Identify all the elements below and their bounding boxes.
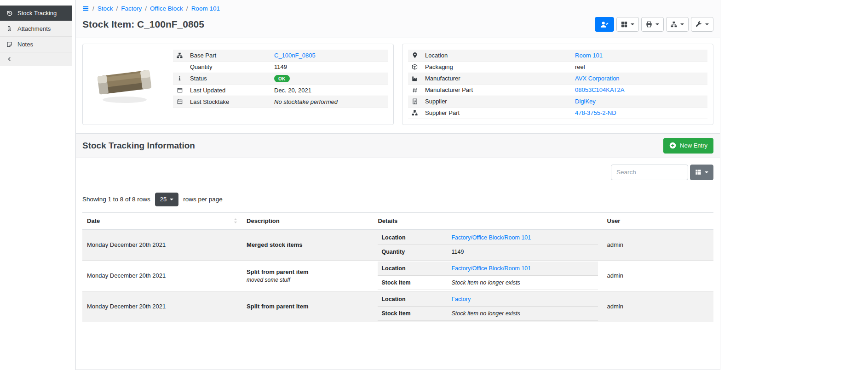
detail-subvalue: Stock item no longer exists: [447, 306, 598, 320]
supplier-link[interactable]: DigiKey: [575, 98, 596, 105]
tracking-row: Monday December 20th 2021 Split from par…: [82, 260, 713, 291]
breadcrumb-link-room-101[interactable]: Room 101: [184, 5, 220, 12]
manufacturer-part-link[interactable]: 08053C104KAT2A: [575, 86, 624, 93]
detail-subrow: Stock Item Stock item no longer exists: [378, 275, 598, 290]
sidebar-item-stock-tracking[interactable]: Stock Tracking: [0, 6, 72, 21]
box-icon: [412, 64, 418, 70]
calendar-icon: [177, 87, 183, 93]
menu-icon[interactable]: [82, 5, 89, 12]
info-icon: [177, 76, 183, 81]
sidebar-collapse-button[interactable]: [0, 52, 72, 66]
last-updated-value: Dec. 20, 2021: [270, 85, 388, 96]
new-entry-button[interactable]: New Entry: [663, 138, 713, 154]
base-part-link[interactable]: C_100nF_0805: [274, 52, 316, 59]
detail-label: Manufacturer: [421, 73, 571, 84]
tracking-location-link[interactable]: Factory: [451, 296, 471, 302]
detail-sublabel: Location: [378, 292, 447, 307]
location-link[interactable]: Room 101: [575, 52, 603, 59]
page-header: Stock Factory Office Block Room 101 Stoc…: [76, 0, 720, 38]
sidebar: Stock Tracking Attachments Notes: [0, 6, 72, 66]
detail-sublabel: Stock Item: [378, 306, 447, 320]
detail-subvalue: 1149: [447, 245, 598, 259]
detail-label: Packaging: [421, 61, 571, 73]
detail-subrow: Location Factory/Office Block/Room 101: [378, 262, 598, 276]
caret-down-icon: [170, 199, 173, 200]
quantity-value: 1149: [270, 61, 388, 73]
detail-row-supplier-part: Supplier Part 478-3755-2-ND: [408, 107, 707, 119]
stock-tracking-section: Stock Tracking Information New Entry: [76, 133, 720, 329]
tracking-row: Monday December 20th 2021 Merged stock i…: [82, 229, 713, 261]
manufacturer-link[interactable]: AVX Corporation: [575, 75, 620, 82]
history-icon: [6, 10, 13, 17]
detail-sublabel: Location: [378, 231, 447, 245]
tracking-table: Date Description Details User: [82, 212, 713, 322]
page-size-value: 25: [160, 196, 167, 203]
caret-down-icon: [705, 171, 708, 173]
caret-down-icon: [705, 23, 709, 25]
status-badge: OK: [274, 75, 290, 82]
breadcrumb-link-stock[interactable]: Stock: [90, 5, 113, 12]
sitemap-icon: [412, 110, 418, 116]
detail-label: Location: [421, 50, 571, 61]
breadcrumb-link-office-block[interactable]: Office Block: [143, 5, 183, 12]
supplier-part-link[interactable]: 478-3755-2-ND: [575, 109, 616, 116]
tracking-location-link[interactable]: Factory/Office Block/Room 101: [451, 265, 531, 272]
tracking-description-note: moved some stuff: [247, 277, 368, 283]
stock-transfer-actions-button[interactable]: [666, 17, 689, 32]
columns-dropdown-button[interactable]: [690, 165, 713, 180]
detail-sublabel: Stock Item: [378, 275, 447, 290]
calendar-icon: [177, 99, 183, 104]
sitemap-icon: [671, 21, 677, 28]
tracking-description: Split from parent item: [247, 303, 368, 310]
table-controls: [82, 165, 713, 180]
part-image[interactable]: [88, 61, 161, 107]
sidebar-item-label: Stock Tracking: [17, 10, 57, 17]
detail-subrow: Stock Item Stock item no longer exists: [378, 306, 598, 320]
last-stocktake-value: No stocktake performed: [270, 96, 388, 108]
column-header-date[interactable]: Date: [82, 212, 242, 229]
page-size-dropdown[interactable]: 25: [155, 193, 178, 206]
printer-icon: [646, 21, 652, 28]
detail-subrow: Quantity 1149: [378, 245, 598, 259]
detail-sublabel: Quantity: [378, 245, 447, 259]
section-title: Stock Tracking Information: [82, 141, 195, 151]
detail-row-manufacturer-part: Manufacturer Part 08053C104KAT2A: [408, 84, 707, 96]
tracking-location-link[interactable]: Factory/Office Block/Room 101: [451, 234, 531, 241]
tracking-details-subtable: Location Factory Stock Item Stock item n…: [378, 292, 598, 321]
sidebar-item-notes[interactable]: Notes: [0, 37, 72, 52]
showing-rows-text: Showing 1 to 8 of 8 rows: [82, 196, 150, 203]
stock-adjust-button[interactable]: [595, 17, 614, 32]
edit-actions-button[interactable]: [691, 17, 713, 32]
detail-label: Manufacturer Part: [421, 84, 571, 96]
detail-row-location: Location Room 101: [408, 50, 707, 61]
caret-down-icon: [680, 23, 684, 25]
breadcrumb-link-factory[interactable]: Factory: [114, 5, 142, 12]
tracking-section-body: Showing 1 to 8 of 8 rows 25 rows per pag…: [76, 158, 720, 329]
packaging-value: reel: [571, 61, 707, 73]
pagination-info: Showing 1 to 8 of 8 rows 25 rows per pag…: [82, 193, 713, 206]
tracking-details-subtable: Location Factory/Office Block/Room 101 Q…: [378, 231, 598, 259]
tracking-user: admin: [603, 229, 713, 261]
detail-label: Status: [186, 73, 270, 85]
list-icon: [695, 169, 701, 175]
barcode-actions-button[interactable]: [616, 17, 639, 32]
tracking-row: Monday December 20th 2021 Split from par…: [82, 291, 713, 322]
breadcrumb: Stock Factory Office Block Room 101: [82, 4, 713, 15]
detail-label: Last Updated: [186, 85, 270, 96]
tracking-date: Monday December 20th 2021: [82, 229, 242, 261]
main-panel: Stock Factory Office Block Room 101 Stoc…: [75, 0, 720, 370]
search-input[interactable]: [611, 165, 688, 180]
hashtag-icon: [412, 87, 418, 93]
building-icon: [412, 98, 418, 104]
detail-row-last-stocktake: Last Stocktake No stocktake performed: [173, 96, 388, 108]
sidebar-item-attachments[interactable]: Attachments: [0, 21, 72, 37]
tracking-description: Split from parent item: [247, 268, 368, 275]
tracking-date: Monday December 20th 2021: [82, 260, 242, 291]
detail-sublabel: Location: [378, 262, 447, 276]
print-actions-button[interactable]: [641, 17, 664, 32]
caret-down-icon: [631, 23, 634, 25]
page-title: Stock Item: C_100nF_0805: [82, 19, 204, 30]
column-header-description: Description: [242, 212, 373, 229]
paperclip-icon: [6, 26, 13, 32]
tracking-details-subtable: Location Factory/Office Block/Room 101 S…: [378, 262, 598, 290]
